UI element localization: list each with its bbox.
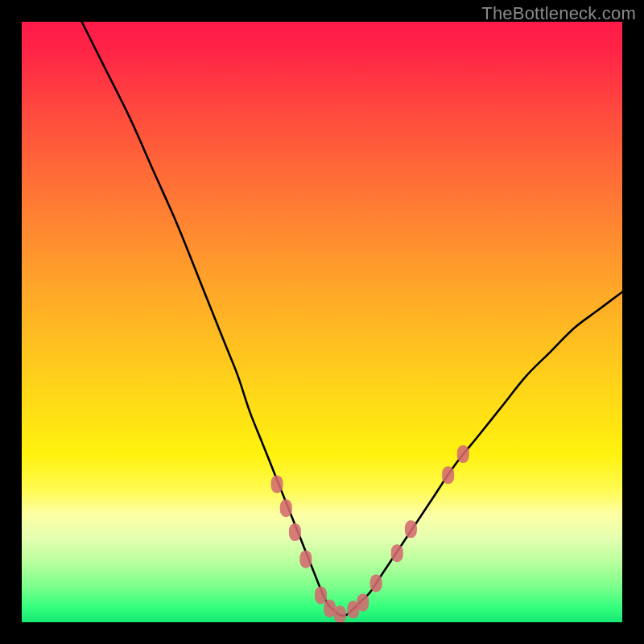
highlight-marker	[271, 475, 283, 493]
highlight-marker	[370, 575, 382, 592]
highlight-marker	[334, 605, 346, 622]
highlight-marker	[289, 523, 301, 541]
highlight-markers	[271, 445, 469, 622]
highlight-marker	[299, 551, 312, 568]
highlight-marker	[315, 586, 327, 604]
outer-frame: TheBottleneck.com	[0, 0, 644, 644]
bottleneck-curve	[82, 22, 622, 616]
highlight-marker	[280, 499, 292, 517]
highlight-marker	[391, 544, 403, 562]
highlight-marker	[405, 520, 417, 538]
highlight-marker	[457, 445, 469, 463]
highlight-marker	[357, 593, 369, 611]
plot-area	[22, 22, 622, 622]
watermark-text: TheBottleneck.com	[481, 3, 636, 24]
curve-layer	[22, 22, 622, 622]
highlight-marker	[442, 466, 454, 484]
